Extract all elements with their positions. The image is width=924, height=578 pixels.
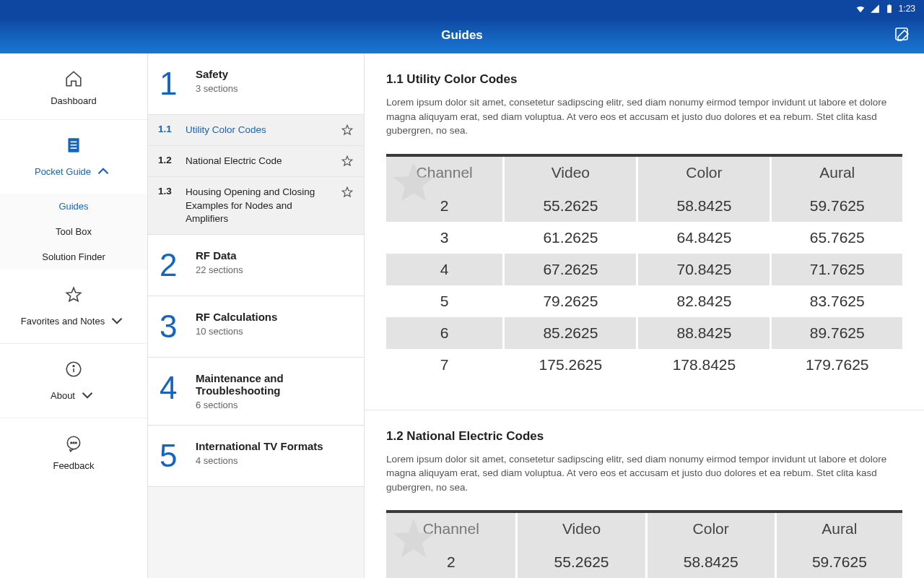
- table-cell: 64.8425: [637, 222, 771, 254]
- content-pane[interactable]: 1.1 Utility Color Codes Lorem ipsum dolo…: [365, 53, 924, 578]
- table-cell: 59.7625: [775, 546, 902, 578]
- nav-feedback[interactable]: Feedback: [0, 418, 147, 484]
- table-cell: 83.7625: [771, 285, 902, 317]
- chapter-title: International TV Formats: [196, 440, 323, 452]
- table-cell: 71.7625: [771, 254, 902, 285]
- table-header: Color: [646, 512, 775, 546]
- table-row: 255.262558.842559.7625: [386, 546, 902, 578]
- table-cell: 61.2625: [504, 222, 637, 254]
- primary-nav: Dashboard Pocket Guide Guides Tool Box S…: [0, 53, 148, 578]
- status-bar: 1:23: [0, 0, 924, 17]
- section-number: 1.2: [158, 155, 175, 165]
- nav-pocket-guide[interactable]: Pocket Guide: [0, 120, 147, 194]
- table-cell: 4: [386, 254, 504, 285]
- favorite-star-icon[interactable]: [341, 155, 354, 168]
- chapter-number: 4: [160, 372, 184, 410]
- table-cell: 55.2625: [517, 546, 646, 578]
- nav-dashboard[interactable]: Dashboard: [0, 53, 147, 120]
- article-body: Lorem ipsum dolor sit amet, consetetur s…: [386, 452, 902, 495]
- table-cell: 79.2625: [504, 285, 637, 317]
- chapter[interactable]: 2 RF Data 22 sections: [148, 235, 364, 296]
- svg-rect-2: [71, 142, 77, 143]
- table-row: 579.262582.842583.7625: [386, 285, 902, 317]
- table-cell: 65.7625: [771, 222, 902, 254]
- table-header: Video: [504, 155, 637, 190]
- subnav-solution-finder[interactable]: Solution Finder: [0, 244, 147, 269]
- section-number: 1.1: [158, 124, 175, 134]
- chapter-title: RF Data: [196, 249, 243, 262]
- app-header: Guides: [0, 17, 924, 53]
- chapter[interactable]: 3 RF Calculations 10 sections: [148, 296, 364, 358]
- section-row[interactable]: 1.3 Housing Opening and Closing Examples…: [148, 176, 364, 234]
- table-row: 7175.2625178.8425179.7625: [386, 349, 902, 381]
- table-cell: 3: [386, 222, 504, 254]
- clock: 1:23: [899, 4, 915, 14]
- chapter-title: Maintenance and Troubleshooting: [196, 372, 352, 397]
- chapter-sections-count: 6 sections: [196, 400, 352, 410]
- subnav-toolbox[interactable]: Tool Box: [0, 219, 147, 244]
- table-cell: 59.7625: [771, 190, 902, 222]
- table-cell: 58.8425: [637, 190, 771, 222]
- table-header: Channel: [386, 512, 517, 546]
- table-row: 361.262564.842565.7625: [386, 222, 902, 254]
- chapter[interactable]: 4 Maintenance and Troubleshooting 6 sect…: [148, 358, 364, 426]
- table-cell: 2: [386, 190, 504, 222]
- pocket-guide-submenu: Guides Tool Box Solution Finder: [0, 194, 147, 269]
- home-icon: [64, 69, 83, 88]
- wifi-icon: [855, 4, 866, 14]
- compose-button[interactable]: [894, 26, 911, 47]
- svg-point-7: [73, 366, 74, 367]
- table-cell: 85.2625: [504, 317, 637, 349]
- favorite-star-icon[interactable]: [341, 124, 354, 137]
- chapter-sections-count: 3 sections: [196, 83, 238, 94]
- section-title: Housing Opening and Closing Examples for…: [186, 186, 331, 225]
- article-body: Lorem ipsum dolor sit amet, consetetur s…: [386, 95, 902, 138]
- chapter[interactable]: 5 International TV Formats 4 sections: [148, 426, 364, 487]
- svg-point-11: [75, 442, 77, 444]
- chapter-list[interactable]: 1 Safety 3 sections 1.1 Utility Color Co…: [148, 53, 365, 578]
- svg-point-9: [71, 442, 72, 444]
- chapter-number: 1: [160, 68, 184, 100]
- table-cell: 178.8425: [637, 349, 771, 381]
- battery-icon: [884, 4, 894, 14]
- article-heading: 1.1 Utility Color Codes: [386, 72, 902, 87]
- table-header: Video: [517, 512, 646, 546]
- chapter[interactable]: 1 Safety 3 sections 1.1 Utility Color Co…: [148, 53, 364, 235]
- table-header: Aural: [771, 155, 902, 190]
- section-row[interactable]: 1.1 Utility Color Codes: [148, 114, 364, 145]
- article-heading: 1.2 National Electric Codes: [386, 429, 902, 444]
- star-icon: [64, 285, 83, 304]
- chat-icon: [64, 434, 83, 453]
- table-cell: 82.8425: [637, 285, 771, 317]
- subnav-guides[interactable]: Guides: [0, 194, 147, 219]
- chapter-title: RF Calculations: [196, 311, 277, 323]
- table-header: Color: [637, 155, 771, 190]
- guide-icon: [64, 136, 83, 155]
- edit-icon: [894, 26, 911, 43]
- table-cell: 55.2625: [504, 190, 637, 222]
- chapter-number: 2: [160, 249, 184, 281]
- chevron-down-icon: [108, 311, 126, 330]
- freq-table: ChannelVideoColorAural 255.262558.842559…: [386, 510, 902, 578]
- freq-table: ChannelVideoColorAural 255.262558.842559…: [386, 154, 902, 381]
- table-cell: 6: [386, 317, 504, 349]
- table-cell: 88.8425: [637, 317, 771, 349]
- table-cell: 58.8425: [646, 546, 775, 578]
- info-icon: [64, 360, 83, 379]
- table-header: Aural: [775, 512, 902, 546]
- article-1-2: 1.2 National Electric Codes Lorem ipsum …: [365, 410, 924, 578]
- chapter-sections-count: 4 sections: [196, 455, 323, 466]
- section-row[interactable]: 1.2 National Electric Code: [148, 145, 364, 176]
- table-cell: 7: [386, 349, 504, 381]
- cell-icon: [870, 4, 880, 14]
- article-1-1: 1.1 Utility Color Codes Lorem ipsum dolo…: [365, 53, 924, 410]
- svg-rect-3: [71, 144, 77, 146]
- table-cell: 175.2625: [504, 349, 637, 381]
- chapter-sections-count: 10 sections: [196, 326, 277, 337]
- nav-about[interactable]: About: [0, 344, 147, 418]
- nav-favorites[interactable]: Favorites and Notes: [0, 269, 147, 344]
- table-row: 685.262588.842589.7625: [386, 317, 902, 349]
- table-cell: 179.7625: [771, 349, 902, 381]
- favorite-star-icon[interactable]: [341, 186, 354, 199]
- table-cell: 67.2625: [504, 254, 637, 285]
